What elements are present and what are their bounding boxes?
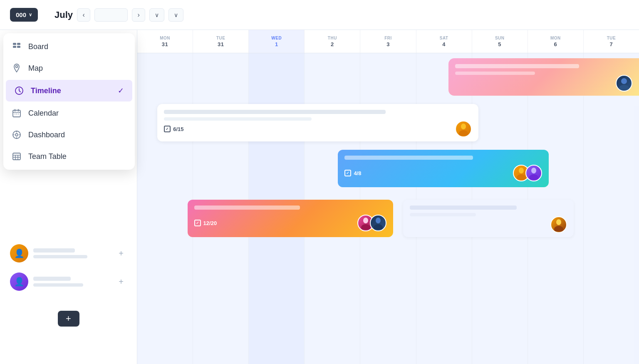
svg-rect-1 (17, 43, 20, 45)
sidebar-person-row-1: 👤 + (7, 241, 130, 266)
logo-icon: 000 (16, 11, 26, 18)
prev-month-button[interactable]: ‹ (77, 8, 90, 22)
svg-point-4 (16, 66, 18, 68)
day-header-tue7: TUE 7 (584, 30, 639, 53)
menu-item-dashboard[interactable]: Dashboard (3, 124, 135, 146)
svg-point-7 (15, 114, 15, 114)
svg-point-13 (621, 78, 627, 84)
team-table-icon (12, 151, 22, 161)
day-header-mon31: MON 31 (137, 30, 193, 53)
view-dropdown-menu: Board Map Timeline ✓ (3, 33, 135, 170)
calendar-icon (12, 108, 22, 118)
menu-item-calendar[interactable]: Calendar (3, 102, 135, 124)
day-headers: MON 31 TUE 31 WED 1 THU 2 FRI 3 SAT 4 (137, 30, 639, 53)
logo-button[interactable]: 000 ∨ (10, 8, 38, 22)
svg-rect-3 (17, 46, 20, 48)
person-row-text (33, 277, 110, 287)
task-avatar (616, 75, 632, 92)
svg-point-19 (531, 168, 536, 173)
svg-point-14 (619, 85, 629, 90)
day-header-wed1: WED 1 (249, 30, 305, 53)
avatar: 👤 (10, 272, 28, 291)
month-range (94, 8, 128, 22)
task-avatar-2 (525, 165, 542, 181)
task-card-blue[interactable]: ✓ 4/8 (338, 150, 549, 187)
svg-point-22 (361, 224, 370, 230)
sidebar-person-row-2: 👤 + (7, 269, 130, 294)
svg-point-8 (16, 114, 17, 114)
day-header-thu2: THU 2 (305, 30, 360, 53)
task-avatar-5 (550, 216, 567, 233)
task-avatar-4 (370, 215, 386, 231)
day-header-mon6: MON 6 (528, 30, 584, 53)
day-header-sun5: SUN 5 (472, 30, 528, 53)
menu-team-table-label: Team Table (28, 152, 67, 161)
svg-rect-0 (13, 43, 16, 45)
svg-point-25 (556, 219, 561, 225)
month-nav: July ‹ › ∨ ∨ (54, 8, 183, 22)
svg-point-16 (459, 130, 468, 136)
svg-point-23 (376, 218, 381, 223)
task-avatar (455, 121, 472, 137)
menu-map-label: Map (28, 64, 43, 73)
menu-item-map[interactable]: Map (3, 57, 135, 79)
view-dropdown-1[interactable]: ∨ (149, 8, 164, 22)
avatar: 👤 (10, 244, 28, 262)
task-progress-blue: ✓ 4/8 (344, 170, 361, 176)
task-card-pink-yellow[interactable]: ✓ 12/20 (188, 200, 393, 237)
menu-board-label: Board (28, 42, 48, 51)
task-card-light-purple[interactable] (403, 200, 574, 237)
svg-point-18 (517, 174, 526, 180)
menu-item-team-table[interactable]: Team Table (3, 146, 135, 167)
day-header-fri3: FRI 3 (360, 30, 416, 53)
menu-calendar-label: Calendar (28, 109, 59, 118)
task-progress-pink-yellow: ✓ 12/20 (194, 220, 217, 226)
svg-point-11 (15, 134, 18, 136)
svg-point-21 (363, 218, 368, 223)
month-label: July (54, 10, 73, 20)
board-icon (12, 42, 22, 52)
add-task-button-2[interactable]: + (115, 275, 127, 288)
svg-point-9 (18, 114, 19, 114)
map-icon (12, 63, 22, 73)
logo-chevron-icon: ∨ (29, 12, 32, 17)
svg-point-26 (554, 226, 563, 231)
menu-timeline-label: Timeline (31, 87, 61, 95)
active-check-icon: ✓ (118, 86, 124, 95)
task-progress-light: ✓ 6/15 (164, 126, 183, 132)
task-card-pink[interactable] (448, 58, 639, 96)
sidebar: Board Map Timeline ✓ (0, 30, 137, 364)
svg-rect-12 (13, 153, 20, 160)
svg-point-15 (461, 124, 466, 129)
next-month-button[interactable]: › (132, 8, 145, 22)
day-header-sat4: SAT 4 (416, 30, 472, 53)
svg-point-20 (529, 174, 538, 180)
svg-point-24 (374, 224, 383, 230)
add-row-button[interactable]: + (58, 311, 79, 327)
timeline-icon (14, 86, 24, 96)
person-row-text (33, 248, 110, 258)
day-header-tue31: TUE 31 (193, 30, 249, 53)
menu-item-board[interactable]: Board (3, 36, 135, 57)
menu-dashboard-label: Dashboard (28, 131, 65, 139)
view-dropdown-2[interactable]: ∨ (168, 8, 183, 22)
svg-point-17 (519, 168, 524, 173)
timeline-area: MON 31 TUE 31 WED 1 THU 2 FRI 3 SAT 4 (137, 30, 639, 364)
dashboard-icon (12, 130, 22, 140)
menu-item-timeline[interactable]: Timeline ✓ (6, 80, 132, 102)
svg-rect-2 (13, 46, 16, 48)
add-task-button-1[interactable]: + (115, 247, 127, 260)
task-card-light[interactable]: ✓ 6/15 (157, 104, 478, 141)
